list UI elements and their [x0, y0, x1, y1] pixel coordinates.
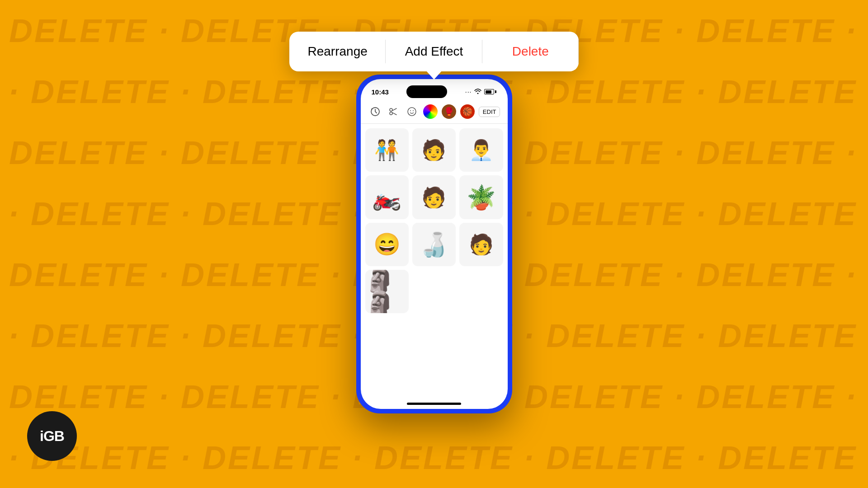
sticker-cell-10[interactable]: 🗿🗿 [365, 270, 409, 313]
toolbar: 🥊 🏀 EDIT [361, 102, 508, 124]
context-menu: Rearrange Add Effect Delete [289, 32, 579, 71]
sticker-cell-12 [459, 270, 503, 313]
sticker-cell-8[interactable]: 🍶 [412, 223, 456, 266]
svg-point-4 [408, 108, 416, 116]
sticker-cell-9[interactable]: 🧑 [459, 223, 503, 266]
sticker-cell-2[interactable]: 🧑 [412, 128, 456, 172]
home-indicator [361, 398, 508, 409]
sticker-cell-3[interactable]: 👨‍💼 [459, 128, 503, 172]
emoji-icon[interactable] [405, 104, 419, 119]
home-indicator-bar [407, 403, 461, 405]
sticker-2-icon[interactable]: 🏀 [460, 104, 475, 119]
svg-marker-0 [426, 70, 442, 80]
context-menu-arrow [426, 70, 442, 80]
svg-point-5 [410, 110, 411, 111]
sticker-cell-6[interactable]: 🪴 [459, 175, 503, 219]
dynamic-island [406, 85, 447, 98]
edit-button[interactable]: EDIT [479, 107, 500, 117]
sticker-cell-4[interactable]: 🏍️ [365, 175, 409, 219]
multicolor-icon[interactable] [423, 104, 438, 119]
wifi-icon [474, 89, 481, 95]
phone-screen: 10:43 ··· [361, 79, 508, 409]
status-icons: ··· [465, 88, 497, 95]
dots-icon: ··· [465, 88, 472, 95]
battery-icon [484, 89, 496, 94]
rearrange-button[interactable]: Rearrange [289, 32, 386, 71]
svg-point-2 [390, 108, 392, 111]
phone-frame: Rearrange Add Effect Delete 10:43 ··· [356, 75, 512, 413]
history-icon[interactable] [368, 104, 382, 119]
sticker-cell-7[interactable]: 😄 [365, 223, 409, 266]
sticker-1-icon[interactable]: 🥊 [442, 104, 456, 119]
status-bar: 10:43 ··· [361, 79, 508, 102]
sticker-cell-11 [412, 270, 456, 313]
add-effect-button[interactable]: Add Effect [386, 32, 482, 71]
scissor-icon[interactable] [386, 104, 401, 119]
igb-logo-text: iGB [40, 428, 64, 445]
status-time: 10:43 [372, 88, 389, 96]
page-content: Rearrange Add Effect Delete 10:43 ··· [0, 0, 868, 488]
delete-button[interactable]: Delete [482, 32, 579, 71]
sticker-cell-1[interactable]: 🧑‍🤝‍🧑 [365, 128, 409, 172]
svg-point-6 [413, 110, 414, 111]
igb-logo: iGB [27, 411, 77, 461]
sticker-grid: 🧑‍🤝‍🧑 🧑 👨‍💼 🏍️ 🧑 🪴 [361, 124, 508, 398]
svg-point-3 [390, 112, 392, 115]
sticker-cell-5[interactable]: 🧑 [412, 175, 456, 219]
